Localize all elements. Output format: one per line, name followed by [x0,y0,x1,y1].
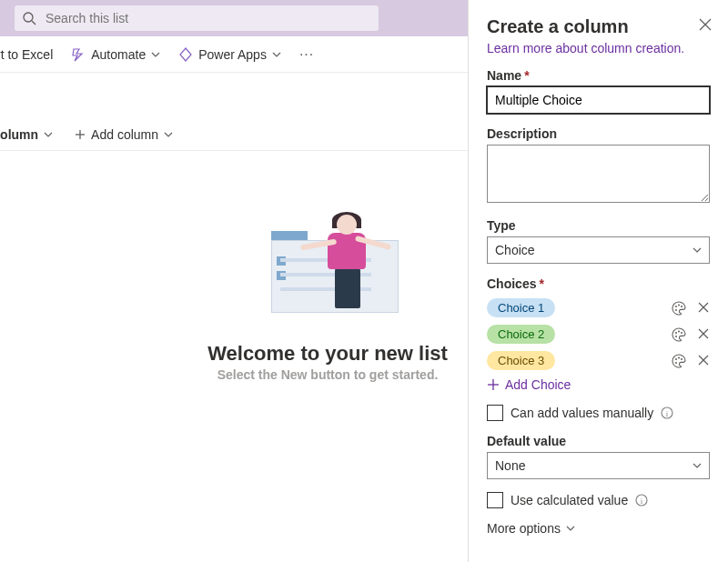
chevron-down-icon [693,461,702,470]
choice-row: Choice 1 [487,298,710,317]
calculated-value-label: Use calculated value [511,493,628,507]
default-value-label: Default value [487,434,710,448]
column-name-input[interactable] [487,86,710,114]
svg-line-1 [32,21,35,25]
learn-more-link[interactable]: Learn more about column creation. [487,41,710,55]
column-type-select[interactable]: Choice [487,236,710,264]
svg-point-15 [675,336,677,337]
add-choice-label: Add Choice [505,377,571,392]
remove-choice-button[interactable] [697,301,710,316]
automate-menu[interactable]: Automate [71,47,160,62]
powerapps-icon [178,47,193,62]
svg-point-8 [681,306,682,307]
plus-icon [75,129,86,140]
plus-icon [487,378,500,391]
empty-state-illustration [255,215,400,333]
can-add-values-label: Can add values manually [511,406,653,420]
svg-point-14 [681,332,682,334]
search-icon [22,11,36,25]
column-name: Column [0,127,38,142]
add-column-label: Add column [91,127,158,142]
flow-icon [71,47,86,62]
svg-point-18 [675,358,677,360]
choice-row: Choice 3 [487,351,710,370]
svg-point-7 [678,304,680,306]
type-value: Choice [495,243,535,257]
more-options-label: More options [487,521,561,536]
svg-point-19 [678,356,680,358]
palette-icon[interactable] [672,354,686,368]
command-label: Automate [91,47,146,62]
can-add-values-checkbox[interactable] [487,405,503,421]
svg-point-20 [681,358,682,360]
search-input[interactable] [44,10,371,26]
type-label: Type [487,218,710,233]
svg-point-6 [675,306,677,307]
choice-row: Choice 2 [487,325,710,344]
choice-pill[interactable]: Choice 1 [487,298,555,317]
more-options-toggle[interactable]: More options [487,521,710,536]
panel-title: Create a column [487,16,710,37]
svg-point-12 [675,332,677,334]
default-value-select[interactable]: None [487,452,710,479]
chevron-down-icon [566,524,575,533]
remove-choice-button[interactable] [697,327,710,342]
add-choice-button[interactable]: Add Choice [487,377,710,392]
export-to-excel-button[interactable]: rt to Excel [0,47,53,62]
info-icon[interactable]: i [635,494,648,507]
remove-choice-button[interactable] [697,354,710,368]
command-label: Power Apps [198,47,267,62]
svg-point-21 [675,362,677,364]
calculated-value-checkbox[interactable] [487,492,503,508]
close-panel-button[interactable] [699,18,712,31]
palette-icon[interactable] [672,327,686,342]
svg-point-13 [678,330,680,332]
choice-pill[interactable]: Choice 2 [487,325,555,344]
svg-point-9 [675,309,677,311]
chevron-down-icon [693,246,702,255]
command-label: rt to Excel [0,47,53,62]
add-column-button[interactable]: Add column [75,127,173,142]
default-value-value: None [495,458,525,473]
column-header[interactable]: Column [0,127,53,142]
svg-text:i: i [666,409,669,418]
more-commands-button[interactable]: ··· [299,46,314,63]
create-column-panel: Create a column Learn more about column … [468,0,728,562]
chevron-down-icon [164,130,173,139]
choice-pill[interactable]: Choice 3 [487,351,555,370]
palette-icon[interactable] [672,301,686,316]
power-apps-menu[interactable]: Power Apps [178,47,281,62]
search-box[interactable] [15,5,379,31]
description-label: Description [487,126,710,141]
info-icon[interactable]: i [661,406,673,419]
svg-text:i: i [641,497,643,506]
choices-label: Choices* [487,276,710,291]
chevron-down-icon [44,130,53,139]
close-icon [699,18,712,31]
name-label: Name* [487,68,710,83]
chevron-down-icon [272,50,281,59]
svg-point-0 [24,13,33,22]
chevron-down-icon [151,50,160,59]
column-description-input[interactable] [487,145,710,203]
